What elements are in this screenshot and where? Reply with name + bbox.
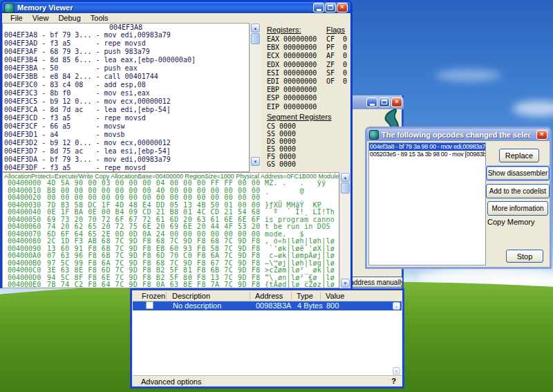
disassembly-line[interactable]: 004EF3D2 - b9 12 0... - mov ecx,00000012 [3, 139, 249, 147]
scroll-up-icon[interactable]: ▲ [251, 24, 260, 32]
advanced-options-link[interactable]: Advanced options [141, 377, 201, 386]
disassembly-line[interactable]: 004EF3D7 - 8d 75 ac - lea esi,[ebp-54] [3, 147, 249, 156]
minimize-button[interactable] [313, 3, 324, 12]
disassembly-scrollbar[interactable]: ▲ ▼ [250, 23, 261, 172]
flag-value: CF 0 [326, 35, 347, 44]
replace-button[interactable]: Replace [499, 149, 539, 162]
opcode-list-item[interactable]: 004ef3a8 - bf 79 3a 98 00 - mov edi,0098… [369, 143, 485, 151]
hex-row-addr: 00400060 [3, 223, 47, 231]
frozen-checkbox[interactable] [146, 301, 153, 309]
scrollbar-thumb[interactable] [341, 183, 350, 194]
column-header-frozen[interactable]: Frozen [142, 292, 165, 300]
close-icon[interactable]: × [391, 97, 402, 107]
disassembly-address-header: 004EF3A8 [3, 24, 249, 31]
copy-memory-label[interactable]: Copy Memory [487, 218, 534, 226]
register-value: EDX 00000000 [267, 61, 317, 69]
scroll-down-icon[interactable]: ▼ [341, 279, 350, 288]
dialog-titlebar[interactable]: The following opcodes changed the select… [367, 129, 550, 141]
cloud [513, 101, 553, 116]
flag-value: SF 0 [326, 69, 347, 77]
show-disassembler-button[interactable]: Show disassembler [486, 166, 550, 180]
add-to-codelist-button[interactable]: Add to the codelist [486, 184, 550, 198]
register-value: ESP 00000000 [267, 94, 317, 102]
close-icon[interactable]: × [337, 3, 348, 12]
hex-dump-panel: AllocationProtect=Execute/Write Copy All… [2, 172, 339, 288]
hex-row[interactable]: 004000E07B 74 C2 F8 64 7C 9D F8 0A 63 8E… [3, 281, 339, 288]
hex-row-addr: 00400020 [3, 194, 47, 202]
disassembly-line[interactable]: 004EF3AF - 68 79 3... - push 983a79 [3, 48, 249, 56]
scroll-down-icon[interactable]: ▼ [393, 367, 400, 375]
disassembly-line[interactable]: 004EF3C5 - b9 12 0... - mov ecx,00000012 [3, 97, 249, 106]
more-information-button[interactable]: More information [487, 201, 548, 216]
disassembly-line[interactable]: 004EF3DA - bf 79 3... - mov edi,00983a79 [3, 156, 249, 164]
disassembly-line[interactable]: 004EF3AD - f3 a5 - repe movsd [3, 39, 249, 48]
menu-item[interactable]: Debug [53, 14, 85, 22]
memory-viewer-titlebar[interactable]: Memory Viewer [2, 2, 350, 13]
disassembly-line[interactable]: 004EF3CF - 66 a5 - movsw [3, 122, 249, 131]
hex-row[interactable]: 004000400E 1F BA 0E 00 B4 09 CD 21 B8 01… [3, 209, 339, 216]
segment-register-value: FS 0000 [267, 153, 296, 160]
hex-row-bytes: 3E 63 8E F8 6D 7C 9D F8 B2 5F 81 F8 6B 7… [47, 267, 265, 274]
cheat-engine-icon [4, 3, 15, 13]
disassembly-line[interactable]: 004EF3BA - 50 - push eax [3, 64, 249, 73]
memory-viewer-window: Memory Viewer × FileViewDebugTools 004EF… [0, 0, 353, 288]
add-address-manually-button[interactable]: d address manually [346, 277, 403, 288]
maximize-button[interactable] [325, 3, 336, 12]
opcode-list[interactable]: 004ef3a8 - bf 79 3a 98 00 - mov edi,0098… [368, 142, 486, 265]
hex-row-bytes: 07 63 96 F8 6B 7C 9D F8 6D 70 C0 F8 6A 7… [47, 252, 265, 260]
hex-row-addr: 00400040 [3, 209, 47, 216]
disassembly-line[interactable]: 004EF3CD - f3 a5 - repe movsd [3, 114, 249, 122]
hex-row[interactable]: 0040002000 00 00 00 00 00 00 00 00 00 00… [3, 194, 339, 202]
help-button[interactable]: ? [391, 377, 396, 385]
menu-item[interactable]: Tools [86, 14, 113, 22]
hex-row-ascii: , ó«h|løh|løh|lø [265, 238, 335, 245]
column-header-type[interactable]: Type [297, 292, 313, 300]
column-header-value[interactable]: Value [326, 292, 344, 300]
column-header-description[interactable]: Description [172, 292, 210, 300]
hex-row[interactable]: 004000004D 5A 90 00 03 00 00 00 04 00 00… [3, 180, 339, 187]
scroll-down-icon[interactable]: ▼ [251, 157, 260, 166]
menu-item[interactable]: View [28, 14, 54, 22]
hex-row[interactable]: 0040006074 20 62 65 20 72 75 6E 20 69 6E… [3, 223, 339, 231]
hex-row-ascii: t be run in DOS [265, 223, 335, 231]
hex-row-addr: 00400080 [3, 238, 47, 245]
main-window-titlebar[interactable]: × [350, 95, 404, 109]
flag-value: ZF 0 [326, 61, 347, 69]
address-list[interactable] [133, 301, 402, 375]
stop-button[interactable]: Stop [506, 250, 543, 263]
address-list-header: Frozen Description Address Type Value [132, 291, 402, 301]
menu-item[interactable]: File [6, 14, 28, 22]
disassembly-line[interactable]: 004EF3D1 - a4 - movsb [3, 131, 249, 139]
register-value: EBP 00000000 [267, 86, 317, 94]
disassembly-line[interactable]: 004EF3CA - 8d 7d ac - lea edi,[ebp-54] [3, 106, 249, 114]
hex-row-ascii: c–øk|lømpÀøj|lø [265, 252, 335, 260]
disassembly-line[interactable]: 004EF3BB - e8 84 2... - call 00401744 [3, 73, 249, 81]
disassembly-line[interactable]: 004EF3B4 - 8d 85 6... - lea eax,[ebp-000… [3, 56, 249, 64]
opcode-list-item[interactable]: 005203e5 - 89 15 3a 3b 98 00 - mov [0098… [369, 151, 485, 158]
hex-row[interactable]: 004000C03E 63 8E F8 6D 7C 9D F8 B2 5F 81… [3, 267, 339, 274]
hex-row[interactable]: 004000A007 63 96 F8 6B 7C 9D F8 6D 70 C0… [3, 252, 339, 260]
close-icon[interactable]: × [536, 130, 547, 140]
scrollbar-thumb[interactable] [251, 33, 260, 44]
minimize-button[interactable] [366, 97, 377, 107]
table-row[interactable]: No description 00983B3A 4 Bytes 800 [133, 301, 402, 310]
segment-register-value: SS 0000 [267, 130, 296, 138]
flag-values: CF 0PF 0AF 0ZF 0SF 0OF 0 [326, 35, 347, 86]
disassembly-line[interactable]: 004EF3C0 - 83 c4 08 - add esp,08 [3, 81, 249, 89]
hex-row-ascii: º ´ Í!¸ LÍ!Th [265, 209, 335, 216]
hex-row-addr: 004000E0 [3, 281, 47, 288]
disassembly-line[interactable]: 004EF3C3 - 8b f0 - mov esi,eax [3, 89, 249, 97]
desktop: × d address manually Frozen Description … [0, 0, 553, 392]
hex-row[interactable]: 004000802C 1D F3 AB 68 7C 9D F8 68 7C 9D… [3, 238, 339, 245]
disassembly-line[interactable]: 004EF3A8 - bf 79 3... - mov edi,00983a79 [3, 31, 249, 39]
segment-register-value: ES 0000 [267, 145, 296, 153]
scroll-up-icon[interactable]: ▲ [393, 302, 400, 310]
hex-scrollbar[interactable]: ▲ ▼ [339, 172, 350, 288]
maximize-button[interactable] [379, 97, 390, 107]
scroll-up-icon[interactable]: ▲ [341, 173, 350, 182]
disassembly-line[interactable]: 004EF3DF - f3 a5 - repe movsd [3, 164, 249, 172]
register-value: EBX 00000000 [267, 44, 317, 52]
hex-row-bytes: 7B 74 C2 F8 64 7C 9D F8 0A 63 8E F8 7A 7… [47, 281, 265, 288]
register-value: ECX 00000000 [267, 52, 317, 60]
column-header-address[interactable]: Address [255, 292, 283, 300]
